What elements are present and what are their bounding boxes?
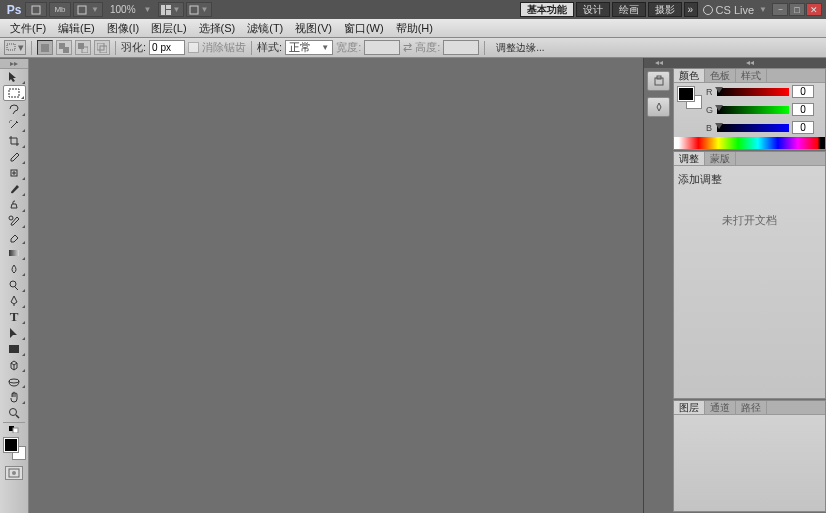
svg-rect-3 — [166, 5, 171, 9]
options-bar: ▾ 羽化: 消除锯齿 样式: 正常▼ 宽度: ⇄ 高度: 调整边缘... — [0, 38, 826, 58]
path-selection-tool[interactable] — [3, 325, 26, 341]
svg-rect-0 — [32, 6, 40, 14]
default-colors-icon[interactable] — [3, 424, 26, 434]
cslive-icon — [703, 5, 713, 15]
brush-tool[interactable] — [3, 181, 26, 197]
launch-minibridge-button[interactable]: Mb — [49, 2, 71, 17]
toolbar-collapse[interactable]: ▸▸ — [0, 59, 28, 69]
refine-edge-button[interactable]: 调整边缘... — [490, 41, 550, 55]
eyedropper-tool[interactable] — [3, 149, 26, 165]
tool-preset-picker[interactable]: ▾ — [4, 40, 26, 55]
tab-color[interactable]: 颜色 — [674, 69, 705, 82]
width-label: 宽度: — [336, 40, 361, 55]
menu-view[interactable]: 视图(V) — [289, 19, 338, 37]
style-dropdown[interactable]: 正常▼ — [285, 40, 333, 55]
feather-input[interactable] — [149, 40, 185, 55]
r-slider[interactable] — [717, 88, 789, 96]
type-tool[interactable]: T — [3, 309, 26, 325]
quick-mask-toggle[interactable] — [5, 466, 23, 480]
crop-tool[interactable] — [3, 133, 26, 149]
menu-image[interactable]: 图像(I) — [101, 19, 145, 37]
style-label: 样式: — [257, 40, 282, 55]
workspace-essentials[interactable]: 基本功能 — [520, 2, 574, 17]
r-value[interactable]: 0 — [792, 85, 814, 98]
svg-point-21 — [10, 409, 17, 416]
view-extras-dropdown[interactable]: ▼ — [73, 2, 103, 17]
panel-foreground-swatch[interactable] — [678, 87, 694, 101]
svg-rect-6 — [7, 44, 15, 50]
menu-help[interactable]: 帮助(H) — [390, 19, 439, 37]
right-panels-dock: ◂◂ 颜色 色板 样式 R 0 G 0 B 0 — [673, 58, 826, 513]
hand-tool[interactable] — [3, 389, 26, 405]
g-label: G — [706, 105, 714, 115]
tab-paths[interactable]: 路径 — [736, 401, 767, 414]
no-document-message: 未打开文档 — [678, 213, 821, 228]
workspace-photography[interactable]: 摄影 — [648, 2, 682, 17]
workspace-design[interactable]: 设计 — [576, 2, 610, 17]
selection-subtract-button[interactable] — [75, 40, 91, 55]
healing-brush-tool[interactable] — [3, 165, 26, 181]
color-spectrum-bar[interactable] — [674, 137, 825, 149]
menu-bar: 文件(F) 编辑(E) 图像(I) 图层(L) 选择(S) 滤镜(T) 视图(V… — [0, 19, 826, 38]
svg-point-25 — [12, 471, 16, 475]
g-slider[interactable] — [717, 106, 789, 114]
minimize-button[interactable]: － — [772, 3, 788, 16]
3d-camera-tool[interactable] — [3, 373, 26, 389]
selection-intersect-button[interactable] — [94, 40, 110, 55]
arrange-documents-dropdown[interactable]: ▼ — [158, 2, 184, 17]
launch-bridge-button[interactable] — [25, 2, 47, 17]
svg-rect-1 — [78, 6, 86, 14]
gradient-tool[interactable] — [3, 245, 26, 261]
workspace-more[interactable]: » — [684, 2, 698, 17]
document-canvas-area — [29, 58, 644, 513]
zoom-level[interactable]: 100% — [110, 4, 136, 15]
tab-swatches[interactable]: 色板 — [705, 69, 736, 82]
tab-styles[interactable]: 样式 — [736, 69, 767, 82]
menu-select[interactable]: 选择(S) — [193, 19, 242, 37]
antialias-label: 消除锯齿 — [202, 40, 246, 55]
shape-tool[interactable] — [3, 341, 26, 357]
svg-rect-9 — [63, 47, 69, 53]
workspace-painting[interactable]: 绘画 — [612, 2, 646, 17]
menu-edit[interactable]: 编辑(E) — [52, 19, 101, 37]
menu-filter[interactable]: 滤镜(T) — [241, 19, 289, 37]
svg-rect-7 — [41, 44, 49, 52]
svg-rect-2 — [161, 5, 165, 15]
width-input — [364, 40, 400, 55]
panels-collapse[interactable]: ◂◂ — [673, 58, 826, 68]
menu-layer[interactable]: 图层(L) — [145, 19, 192, 37]
b-slider[interactable] — [717, 124, 789, 132]
foreground-color[interactable] — [4, 438, 18, 452]
blur-tool[interactable] — [3, 261, 26, 277]
eraser-tool[interactable] — [3, 229, 26, 245]
marquee-tool[interactable] — [3, 85, 26, 101]
move-tool[interactable] — [3, 69, 26, 85]
maximize-button[interactable]: □ — [789, 3, 805, 16]
selection-add-button[interactable] — [56, 40, 72, 55]
tab-masks[interactable]: 蒙版 — [705, 152, 736, 165]
menu-file[interactable]: 文件(F) — [4, 19, 52, 37]
tab-adjustments[interactable]: 调整 — [674, 152, 705, 165]
dodge-tool[interactable] — [3, 277, 26, 293]
history-brush-tool[interactable] — [3, 213, 26, 229]
b-value[interactable]: 0 — [792, 121, 814, 134]
close-button[interactable]: ✕ — [806, 3, 822, 16]
properties-panel-icon[interactable] — [647, 97, 670, 117]
clone-stamp-tool[interactable] — [3, 197, 26, 213]
3d-tool[interactable] — [3, 357, 26, 373]
history-panel-icon[interactable] — [647, 71, 670, 91]
selection-new-button[interactable] — [37, 40, 53, 55]
menu-window[interactable]: 窗口(W) — [338, 19, 390, 37]
tab-channels[interactable]: 通道 — [705, 401, 736, 414]
cs-live-button[interactable]: CS Live▼ — [703, 4, 767, 16]
lasso-tool[interactable] — [3, 101, 26, 117]
tab-layers[interactable]: 图层 — [674, 401, 705, 414]
pen-tool[interactable] — [3, 293, 26, 309]
zoom-tool[interactable] — [3, 405, 26, 421]
magic-wand-tool[interactable] — [3, 117, 26, 133]
screen-mode-dropdown[interactable]: ▼ — [186, 2, 212, 17]
g-value[interactable]: 0 — [792, 103, 814, 116]
panel-col-collapse[interactable]: ◂◂ — [644, 58, 673, 68]
color-swatches — [0, 438, 28, 464]
app-logo: Ps — [4, 2, 24, 18]
